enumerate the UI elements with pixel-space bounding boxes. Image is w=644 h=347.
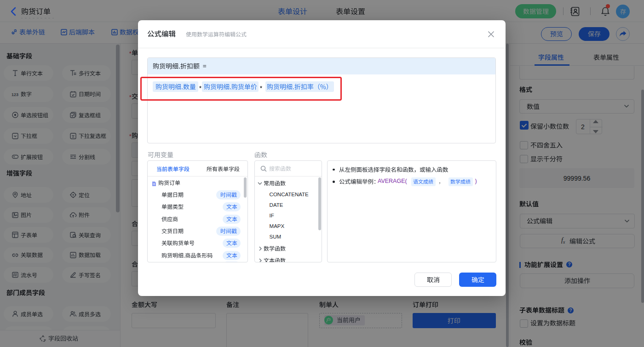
svg-text:123: 123: [12, 92, 18, 97]
